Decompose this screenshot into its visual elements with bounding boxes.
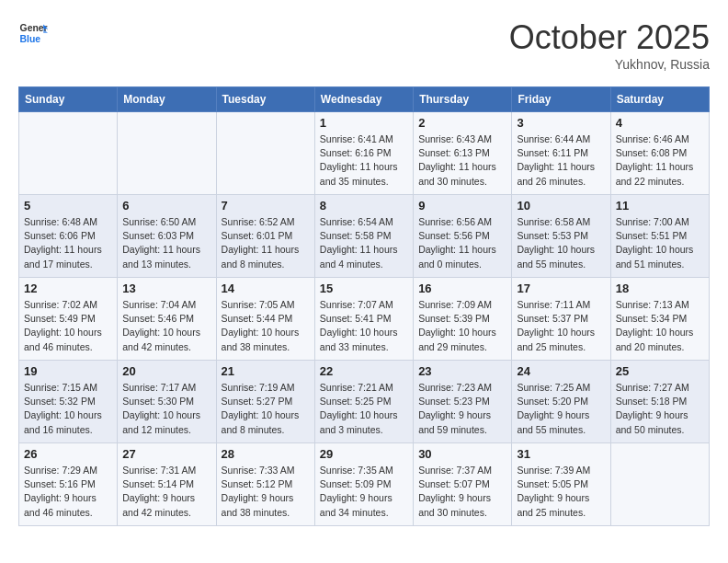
- day-info: Sunrise: 7:25 AMSunset: 5:20 PMDaylight:…: [517, 381, 605, 437]
- calendar-cell: 16Sunrise: 7:09 AMSunset: 5:39 PMDayligh…: [414, 278, 512, 361]
- calendar-cell: [19, 112, 118, 195]
- day-number: 2: [418, 116, 506, 130]
- calendar-cell: 21Sunrise: 7:19 AMSunset: 5:27 PMDayligh…: [216, 361, 314, 443]
- day-number: 20: [122, 364, 210, 378]
- calendar-cell: 23Sunrise: 7:23 AMSunset: 5:23 PMDayligh…: [414, 361, 512, 443]
- day-number: 4: [616, 116, 704, 130]
- day-info: Sunrise: 7:11 AMSunset: 5:37 PMDaylight:…: [517, 298, 605, 354]
- calendar-cell: 9Sunrise: 6:56 AMSunset: 5:56 PMDaylight…: [414, 195, 512, 278]
- day-info: Sunrise: 7:04 AMSunset: 5:46 PMDaylight:…: [122, 298, 210, 354]
- calendar-cell: 30Sunrise: 7:37 AMSunset: 5:07 PMDayligh…: [414, 443, 512, 526]
- weekday-header: Monday: [118, 87, 216, 112]
- calendar-cell: 8Sunrise: 6:54 AMSunset: 5:58 PMDaylight…: [314, 195, 413, 278]
- weekday-header: Saturday: [610, 87, 709, 112]
- weekday-header: Friday: [512, 87, 610, 112]
- day-info: Sunrise: 7:37 AMSunset: 5:07 PMDaylight:…: [418, 464, 506, 520]
- day-number: 15: [320, 282, 408, 295]
- day-info: Sunrise: 7:15 AMSunset: 5:32 PMDaylight:…: [24, 381, 112, 437]
- calendar-cell: [216, 112, 314, 195]
- calendar-cell: 31Sunrise: 7:39 AMSunset: 5:05 PMDayligh…: [512, 443, 610, 526]
- day-number: 6: [122, 199, 210, 213]
- logo: General Blue: [18, 18, 48, 48]
- title-block: October 2025 Yukhnov, Russia: [509, 18, 710, 72]
- day-number: 11: [616, 199, 704, 213]
- day-number: 25: [616, 364, 704, 378]
- day-number: 8: [320, 199, 408, 213]
- logo-icon: General Blue: [18, 18, 48, 48]
- calendar-cell: 2Sunrise: 6:43 AMSunset: 6:13 PMDaylight…: [414, 112, 512, 195]
- day-number: 26: [24, 447, 112, 461]
- day-info: Sunrise: 7:33 AMSunset: 5:12 PMDaylight:…: [222, 464, 310, 520]
- calendar-cell: 5Sunrise: 6:48 AMSunset: 6:06 PMDaylight…: [19, 195, 118, 278]
- day-info: Sunrise: 7:07 AMSunset: 5:41 PMDaylight:…: [320, 298, 408, 354]
- day-info: Sunrise: 7:00 AMSunset: 5:51 PMDaylight:…: [616, 215, 704, 271]
- day-number: 21: [222, 364, 310, 378]
- calendar-cell: [118, 112, 216, 195]
- day-info: Sunrise: 6:43 AMSunset: 6:13 PMDaylight:…: [418, 132, 506, 189]
- weekday-header: Wednesday: [314, 87, 413, 112]
- day-info: Sunrise: 6:52 AMSunset: 6:01 PMDaylight:…: [222, 215, 310, 271]
- calendar-cell: 13Sunrise: 7:04 AMSunset: 5:46 PMDayligh…: [118, 278, 216, 361]
- calendar-cell: 12Sunrise: 7:02 AMSunset: 5:49 PMDayligh…: [19, 278, 118, 361]
- svg-text:Blue: Blue: [20, 34, 41, 44]
- weekday-header: Sunday: [19, 87, 118, 112]
- calendar-cell: 28Sunrise: 7:33 AMSunset: 5:12 PMDayligh…: [216, 443, 314, 526]
- day-number: 9: [418, 199, 506, 213]
- day-number: 5: [24, 199, 112, 213]
- page-header: General Blue October 2025 Yukhnov, Russi…: [18, 18, 710, 72]
- calendar-week-row: 5Sunrise: 6:48 AMSunset: 6:06 PMDaylight…: [19, 195, 710, 278]
- day-info: Sunrise: 6:54 AMSunset: 5:58 PMDaylight:…: [320, 215, 408, 271]
- day-info: Sunrise: 7:21 AMSunset: 5:25 PMDaylight:…: [320, 381, 408, 437]
- day-info: Sunrise: 7:27 AMSunset: 5:18 PMDaylight:…: [616, 381, 704, 437]
- day-info: Sunrise: 7:31 AMSunset: 5:14 PMDaylight:…: [122, 464, 210, 520]
- calendar-table: SundayMondayTuesdayWednesdayThursdayFrid…: [18, 86, 710, 526]
- calendar-cell: 11Sunrise: 7:00 AMSunset: 5:51 PMDayligh…: [610, 195, 709, 278]
- day-number: 14: [222, 282, 310, 295]
- day-info: Sunrise: 6:48 AMSunset: 6:06 PMDaylight:…: [24, 215, 112, 271]
- day-info: Sunrise: 6:46 AMSunset: 6:08 PMDaylight:…: [616, 132, 704, 189]
- day-number: 22: [320, 364, 408, 378]
- day-number: 19: [24, 364, 112, 378]
- month-title: October 2025: [509, 18, 710, 57]
- calendar-cell: 6Sunrise: 6:50 AMSunset: 6:03 PMDaylight…: [118, 195, 216, 278]
- day-info: Sunrise: 6:58 AMSunset: 5:53 PMDaylight:…: [517, 215, 605, 271]
- calendar-cell: 26Sunrise: 7:29 AMSunset: 5:16 PMDayligh…: [19, 443, 118, 526]
- calendar-cell: 18Sunrise: 7:13 AMSunset: 5:34 PMDayligh…: [610, 278, 709, 361]
- day-number: 18: [616, 282, 704, 295]
- calendar-week-row: 19Sunrise: 7:15 AMSunset: 5:32 PMDayligh…: [19, 361, 710, 443]
- day-number: 24: [517, 364, 605, 378]
- calendar-cell: 4Sunrise: 6:46 AMSunset: 6:08 PMDaylight…: [610, 112, 709, 195]
- day-number: 12: [24, 282, 112, 295]
- day-info: Sunrise: 6:50 AMSunset: 6:03 PMDaylight:…: [122, 215, 210, 271]
- calendar-cell: 10Sunrise: 6:58 AMSunset: 5:53 PMDayligh…: [512, 195, 610, 278]
- day-number: 27: [122, 447, 210, 461]
- calendar-cell: 22Sunrise: 7:21 AMSunset: 5:25 PMDayligh…: [314, 361, 413, 443]
- day-info: Sunrise: 6:44 AMSunset: 6:11 PMDaylight:…: [517, 132, 605, 189]
- day-number: 16: [418, 282, 506, 295]
- calendar-cell: 29Sunrise: 7:35 AMSunset: 5:09 PMDayligh…: [314, 443, 413, 526]
- location-subtitle: Yukhnov, Russia: [509, 57, 710, 72]
- day-number: 17: [517, 282, 605, 295]
- calendar-cell: 15Sunrise: 7:07 AMSunset: 5:41 PMDayligh…: [314, 278, 413, 361]
- calendar-cell: 24Sunrise: 7:25 AMSunset: 5:20 PMDayligh…: [512, 361, 610, 443]
- calendar-cell: 3Sunrise: 6:44 AMSunset: 6:11 PMDaylight…: [512, 112, 610, 195]
- calendar-week-row: 12Sunrise: 7:02 AMSunset: 5:49 PMDayligh…: [19, 278, 710, 361]
- calendar-cell: 7Sunrise: 6:52 AMSunset: 6:01 PMDaylight…: [216, 195, 314, 278]
- day-info: Sunrise: 7:13 AMSunset: 5:34 PMDaylight:…: [616, 298, 704, 354]
- day-number: 7: [222, 199, 310, 213]
- calendar-week-row: 1Sunrise: 6:41 AMSunset: 6:16 PMDaylight…: [19, 112, 710, 195]
- calendar-cell: 17Sunrise: 7:11 AMSunset: 5:37 PMDayligh…: [512, 278, 610, 361]
- calendar-cell: 1Sunrise: 6:41 AMSunset: 6:16 PMDaylight…: [314, 112, 413, 195]
- calendar-cell: 25Sunrise: 7:27 AMSunset: 5:18 PMDayligh…: [610, 361, 709, 443]
- day-info: Sunrise: 7:19 AMSunset: 5:27 PMDaylight:…: [222, 381, 310, 437]
- weekday-header: Thursday: [414, 87, 512, 112]
- day-info: Sunrise: 7:23 AMSunset: 5:23 PMDaylight:…: [418, 381, 506, 437]
- day-number: 1: [320, 116, 408, 130]
- day-number: 3: [517, 116, 605, 130]
- day-info: Sunrise: 7:02 AMSunset: 5:49 PMDaylight:…: [24, 298, 112, 354]
- day-info: Sunrise: 7:39 AMSunset: 5:05 PMDaylight:…: [517, 464, 605, 520]
- calendar-week-row: 26Sunrise: 7:29 AMSunset: 5:16 PMDayligh…: [19, 443, 710, 526]
- day-info: Sunrise: 6:41 AMSunset: 6:16 PMDaylight:…: [320, 132, 408, 189]
- calendar-cell: 14Sunrise: 7:05 AMSunset: 5:44 PMDayligh…: [216, 278, 314, 361]
- day-info: Sunrise: 7:05 AMSunset: 5:44 PMDaylight:…: [222, 298, 310, 354]
